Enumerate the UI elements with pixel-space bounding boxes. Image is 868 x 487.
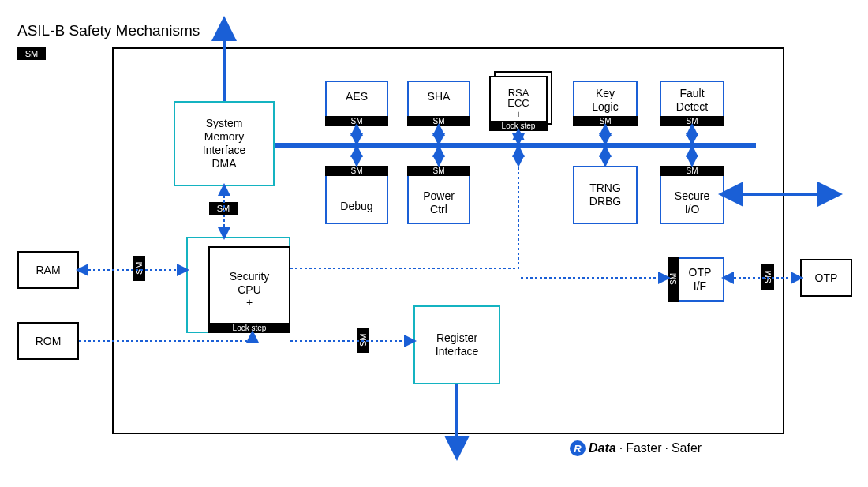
tagline-faster: Faster xyxy=(626,441,661,455)
sm-keylogic: SM xyxy=(573,116,638,126)
label-sys-mem: System Memory Interface DMA xyxy=(175,114,273,173)
block-rom: ROM xyxy=(17,322,79,360)
label-rom: ROM xyxy=(19,332,77,351)
sm-power: SM xyxy=(407,166,470,176)
sm-ram-cpu: SM xyxy=(133,256,145,281)
block-trng: TRNG DRBG xyxy=(573,166,638,224)
tagline-data: Data xyxy=(589,441,616,455)
sm-debug: SM xyxy=(325,166,388,176)
label-reg-if: Register Interface xyxy=(415,328,499,362)
label-security-cpu: Security CPU + xyxy=(210,267,289,313)
sm-aes: SM xyxy=(325,116,388,126)
label-otp: OTP xyxy=(802,268,851,288)
block-security-cpu-outer: Security CPU + Lock step xyxy=(186,237,290,333)
block-aes: AES SM xyxy=(325,81,388,126)
block-sys-mem: System Memory Interface DMA xyxy=(174,101,275,186)
block-rsa-ecc: RSA ECC + Lock step xyxy=(489,76,548,131)
brand-tagline: R Data · Faster · Safer xyxy=(570,440,702,456)
label-key-logic: Key Logic xyxy=(574,84,636,117)
label-aes: AES xyxy=(327,87,387,107)
label-power-ctrl: Power Ctrl xyxy=(409,186,469,219)
label-secure-io: Secure I/O xyxy=(661,186,723,219)
brand-logo-icon: R xyxy=(570,440,586,456)
block-security-cpu: Security CPU + Lock step xyxy=(208,246,290,333)
label-ram: RAM xyxy=(19,260,77,280)
block-power-ctrl: SM Power Ctrl xyxy=(407,166,470,224)
label-sha: SHA xyxy=(409,87,469,107)
sm-otp-if: SM xyxy=(668,257,679,302)
page-title: ASIL-B Safety Mechanisms xyxy=(17,22,200,39)
block-sha: SHA SM xyxy=(407,81,470,126)
block-reg-if: Register Interface xyxy=(413,305,500,384)
label-debug: Debug xyxy=(327,197,387,216)
dot1: · xyxy=(619,441,623,455)
lockstep-rsa: Lock step xyxy=(489,121,548,131)
sm-secureio: SM xyxy=(660,166,724,176)
label-rsa-ecc: RSA ECC + xyxy=(491,84,546,123)
sm-mem-cpu: SM xyxy=(209,202,238,215)
block-fault-detect: Fault Detect SM xyxy=(660,81,724,126)
tagline-safer: Safer xyxy=(672,441,702,455)
label-trng: TRNG DRBG xyxy=(574,178,636,212)
block-debug: SM Debug xyxy=(325,166,388,224)
block-secure-io: SM Secure I/O xyxy=(660,166,724,224)
dot2: · xyxy=(664,441,668,455)
block-otp-if: SM OTP I/F xyxy=(668,257,724,302)
block-ram: RAM xyxy=(17,251,79,289)
lockstep-cpu: Lock step xyxy=(208,323,290,333)
label-fault-detect: Fault Detect xyxy=(661,84,723,117)
sm-fault: SM xyxy=(660,116,724,126)
block-otp: OTP xyxy=(800,259,852,297)
sm-sha: SM xyxy=(407,116,470,126)
block-key-logic: Key Logic SM xyxy=(573,81,638,126)
sm-otpif-otp: SM xyxy=(761,264,774,290)
sm-legend-badge: SM xyxy=(17,47,46,60)
sm-cpu-regif: SM xyxy=(357,328,369,353)
